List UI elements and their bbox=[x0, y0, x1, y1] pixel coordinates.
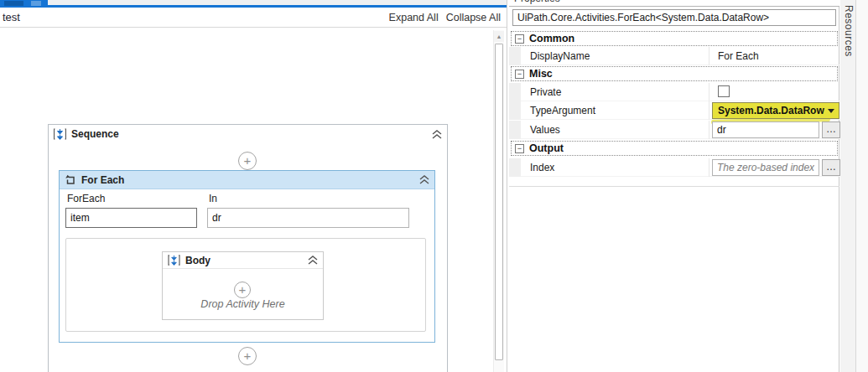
add-activity-icon[interactable]: + bbox=[238, 152, 257, 170]
properties-titlebar: Properties bbox=[509, 0, 839, 7]
foreach-in-input[interactable] bbox=[207, 208, 409, 228]
values-input[interactable] bbox=[712, 121, 819, 138]
index-input[interactable] bbox=[712, 159, 819, 176]
body-title: Body bbox=[185, 255, 211, 266]
side-gutter bbox=[856, 0, 868, 372]
document-tab-strip bbox=[0, 0, 507, 8]
panel-divider bbox=[507, 0, 507, 372]
sequence-icon bbox=[54, 128, 66, 140]
foreach-item-input[interactable] bbox=[65, 208, 197, 228]
row-gutter bbox=[509, 83, 521, 101]
foreach-loop-icon bbox=[65, 174, 76, 186]
tab-close-fragment bbox=[31, 1, 41, 6]
property-row-displayname[interactable]: DisplayName For Each bbox=[509, 47, 839, 65]
displayname-value[interactable]: For Each bbox=[718, 50, 759, 62]
collapse-chevron-icon[interactable] bbox=[308, 256, 318, 265]
active-document-tab[interactable] bbox=[0, 0, 48, 8]
collapse-all-button[interactable]: Collapse All bbox=[446, 12, 501, 23]
properties-panel: Properties UiPath.Core.Activities.ForEac… bbox=[509, 0, 839, 372]
drop-activity-hint: Drop Activity Here bbox=[162, 298, 324, 310]
property-row-values[interactable]: Values … bbox=[509, 121, 839, 139]
collapse-box-icon[interactable]: − bbox=[515, 70, 524, 79]
expand-all-button[interactable]: Expand All bbox=[389, 12, 439, 23]
property-row-typeargument[interactable]: TypeArgument System.Data.DataRow bbox=[509, 101, 839, 120]
row-gutter bbox=[509, 47, 521, 65]
property-row-index[interactable]: Index … bbox=[509, 158, 839, 177]
property-row-private[interactable]: Private bbox=[509, 83, 839, 101]
collapse-chevron-icon[interactable] bbox=[432, 130, 442, 139]
sequence-icon bbox=[168, 255, 180, 266]
breadcrumb[interactable]: test bbox=[3, 11, 20, 23]
row-gutter bbox=[509, 121, 521, 139]
section-output[interactable]: − Output bbox=[511, 141, 838, 156]
foreach-in-label: In bbox=[209, 193, 217, 204]
collapse-box-icon[interactable]: − bbox=[515, 34, 524, 44]
row-gutter bbox=[509, 158, 521, 177]
properties-title: Properties bbox=[514, 0, 560, 4]
collapse-chevron-icon[interactable] bbox=[419, 175, 429, 184]
typeargument-dropdown[interactable]: System.Data.DataRow bbox=[712, 102, 839, 119]
rows-end-divider bbox=[509, 186, 839, 187]
sequence-title: Sequence bbox=[71, 128, 119, 140]
foreach-item-label: ForEach bbox=[67, 193, 105, 204]
foreach-title: For Each bbox=[81, 174, 124, 186]
chevron-down-icon bbox=[828, 109, 834, 113]
activity-class-name: UiPath.Core.Activities.ForEach<System.Da… bbox=[512, 9, 836, 26]
add-activity-icon[interactable]: + bbox=[234, 282, 251, 298]
index-ellipsis-button[interactable]: … bbox=[822, 159, 840, 176]
section-common[interactable]: − Common bbox=[511, 31, 838, 46]
scrollbar-up-icon[interactable]: ▲ bbox=[494, 31, 504, 42]
add-activity-icon[interactable]: + bbox=[238, 347, 257, 365]
collapse-box-icon[interactable]: − bbox=[515, 144, 524, 153]
section-misc[interactable]: − Misc bbox=[511, 66, 838, 81]
body-header[interactable]: Body bbox=[163, 252, 323, 269]
row-gutter bbox=[509, 101, 521, 120]
tab-resources[interactable]: Resources bbox=[843, 5, 855, 57]
foreach-header[interactable]: For Each bbox=[60, 171, 434, 189]
private-checkbox[interactable] bbox=[718, 85, 730, 97]
scrollbar-thumb[interactable] bbox=[495, 44, 503, 360]
tab-label-fragment bbox=[4, 1, 23, 6]
sequence-header[interactable]: Sequence bbox=[49, 125, 447, 143]
side-tab-strip: Resources bbox=[840, 0, 856, 372]
values-ellipsis-button[interactable]: … bbox=[822, 121, 840, 138]
designer-header: test Expand All Collapse All bbox=[0, 8, 507, 28]
